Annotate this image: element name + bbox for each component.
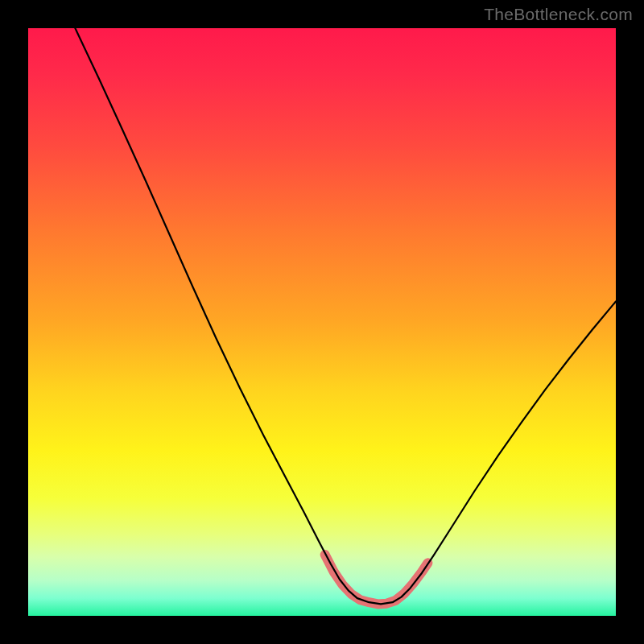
watermark-text: TheBottleneck.com bbox=[484, 5, 633, 24]
chart-frame: TheBottleneck.com bbox=[0, 0, 644, 644]
bottleneck-chart bbox=[28, 28, 616, 616]
plot-area bbox=[28, 28, 616, 616]
